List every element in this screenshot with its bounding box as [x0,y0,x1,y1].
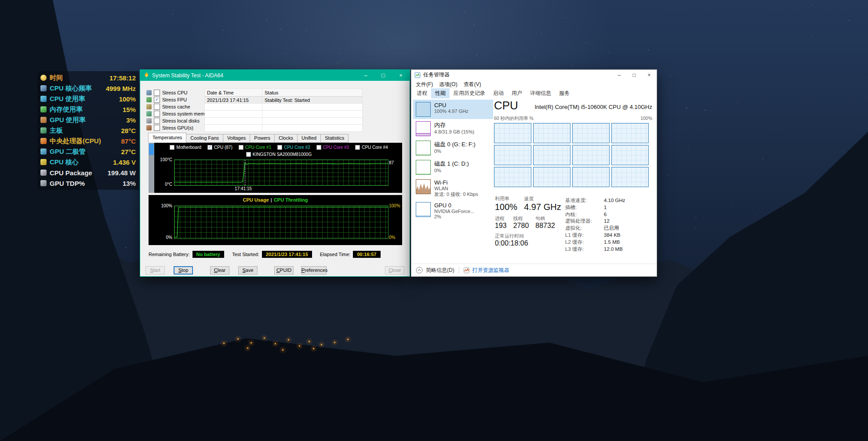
log-row[interactable] [205,111,363,118]
legend-item[interactable]: CPU Core #2 [277,145,310,150]
tab-性能[interactable]: 性能 [431,88,450,98]
stress-option-stress-fpu[interactable]: ✓Stress FPU [146,96,211,103]
collapse-chevron-icon[interactable] [416,267,423,274]
sensor-row: 时间17:58:12 [37,72,139,83]
legend-item[interactable]: Motherboard [170,145,201,150]
power-icon [40,170,47,176]
menu-查看[interactable]: 查看(V) [461,80,484,88]
sensor-row: CPU 使用率100% [37,94,139,104]
tab-statistics[interactable]: Statistics [320,134,349,143]
start-button[interactable]: Start [145,266,165,275]
clear-button[interactable]: Clear [210,266,229,275]
cpuid-button[interactable]: CPUID [274,266,294,275]
stress-option-stress-cpu[interactable]: Stress CPU [146,89,211,96]
temperature-legend-row2: KINGSTON SA2000M81000G [157,152,400,157]
tab-详细信息[interactable]: 详细信息 [526,88,555,98]
test-log-table[interactable]: Date & TimeStatus2021/1/23 17:41:15Stabi… [204,88,363,132]
wifi-graph-thumbnail [416,179,431,194]
temperature-legend-row1: Motherboard✓CPU (87)CPU Core #1CPU Core … [157,145,400,150]
minimize-button[interactable]: – [357,70,374,81]
menu-文件[interactable]: 文件(F) [413,80,436,88]
log-row[interactable]: 2021/1/23 17:41:15Stability Test: Starte… [205,97,363,104]
stress-option-stress-local-disks[interactable]: Stress local disks [146,117,211,124]
checkbox[interactable]: ✓ [154,97,160,103]
close-button[interactable]: × [392,70,410,81]
tab-voltages[interactable]: Voltages [223,134,250,143]
tab-temperatures[interactable]: Temperatures [148,133,186,143]
stat-label: 线程 [513,215,529,222]
minimize-button[interactable]: – [612,70,627,80]
close-button[interactable]: × [642,70,657,80]
stress-option-stress-gpu-s-[interactable]: Stress GPU(s) [146,124,211,131]
checkbox[interactable] [154,104,160,110]
sidebar-item-wifi[interactable]: Wi-FiWLAN发送: 0 接收: 0 Kbps [413,177,493,200]
legend-checkbox[interactable] [239,145,243,150]
legend-checkbox[interactable]: ✓ [207,145,212,150]
sidebar-item-title: GPU 0 [434,202,474,209]
detail-label: L3 缓存: [565,246,604,253]
tab-cooling-fans[interactable]: Cooling Fans [186,134,223,143]
tab-clocks[interactable]: Clocks [274,134,298,143]
sensor-row: CPU 核心1.436 V [37,157,139,167]
tab-进程[interactable]: 进程 [413,88,431,98]
checkbox[interactable] [154,125,160,131]
cpu-detail-row: 内核:6 [565,211,653,218]
sidebar-item-cpu[interactable]: CPU100% 4.97 GHz [413,100,493,119]
tm-titlebar[interactable]: 任务管理器 – □ × [411,70,657,80]
cpu-temp-icon [40,138,47,144]
legend-item[interactable]: CPU Core #4 [355,145,388,150]
chart-scrollbar[interactable] [149,143,154,193]
sidebar-item-disk[interactable]: 磁盘 0 (G: E: F:)0% [413,138,493,158]
checkbox[interactable] [154,90,160,96]
scrollbar-thumb[interactable] [149,144,154,155]
tab-启动[interactable]: 启动 [489,88,508,98]
legend-item[interactable]: ✓CPU (87) [207,145,232,150]
tab-服务[interactable]: 服务 [555,88,574,98]
sidebar-item-disk[interactable]: 磁盘 1 (C: D:)0% [413,158,493,177]
legend-checkbox[interactable] [316,145,321,150]
tab-unified[interactable]: Unified [297,134,321,143]
log-row[interactable] [205,118,363,125]
test-start-marker [245,160,245,185]
tab-powers[interactable]: Powers [250,134,275,143]
sidebar-item-memory[interactable]: 内存4.8/31.9 GB (15%) [413,119,493,138]
log-row[interactable] [205,125,363,132]
open-resource-monitor-link[interactable]: 打开资源监视器 [472,267,509,274]
usage-chart-panel: CPU Usage|CPU Throttling 100% 0% 100% 0% [149,195,402,245]
maximize-button[interactable]: □ [627,70,642,80]
tab-用户[interactable]: 用户 [508,88,526,98]
menu-选项[interactable]: 选项(O) [436,80,460,88]
legend-item[interactable]: CPU Core #3 [316,145,349,150]
checkbox[interactable] [154,118,160,124]
sst-window-controls: – □ × [357,70,410,81]
legend-checkbox[interactable] [170,145,174,150]
sensor-value: 100% [119,95,136,103]
cpu-detail-row: 虚拟化:已启用 [565,225,653,232]
sidebar-item-gpu[interactable]: GPU 0NVIDIA GeForce...2% [413,200,493,221]
legend-item[interactable]: KINGSTON SA2000M81000G [246,152,312,157]
legend-item[interactable]: CPU Core #1 [239,145,271,150]
checkbox[interactable] [154,111,160,117]
stress-option-stress-cache[interactable]: Stress cache [146,103,211,110]
detail-value: 4.10 GHz [604,197,625,204]
legend-checkbox[interactable] [246,152,251,157]
temperature-line [174,160,388,185]
temperature-plot [174,159,389,186]
sidebar-item-title: 磁盘 0 (G: E: F:) [434,141,476,148]
legend-checkbox[interactable] [355,145,360,150]
legend-checkbox[interactable] [277,145,282,150]
tab-应用历史记录[interactable]: 应用历史记录 [450,88,489,98]
logical-processors-graph[interactable] [494,123,649,187]
less-details-toggle[interactable]: 简略信息(D) [426,267,454,274]
preferences-button[interactable]: Preferences [301,266,327,275]
maximize-button[interactable]: □ [374,70,392,81]
log-row[interactable] [205,104,363,111]
stat-label: 速度 [524,195,561,202]
stress-option-stress-system-memory[interactable]: Stress system memory [146,110,211,117]
stop-button[interactable]: Stop [174,266,193,275]
close-button[interactable]: Close [385,266,404,275]
core-graph-cell [494,123,531,143]
gpu-temp-icon [40,148,47,155]
save-button[interactable]: Save [238,266,258,275]
sst-titlebar[interactable]: System Stability Test - AIDA64 – □ × [140,70,410,81]
